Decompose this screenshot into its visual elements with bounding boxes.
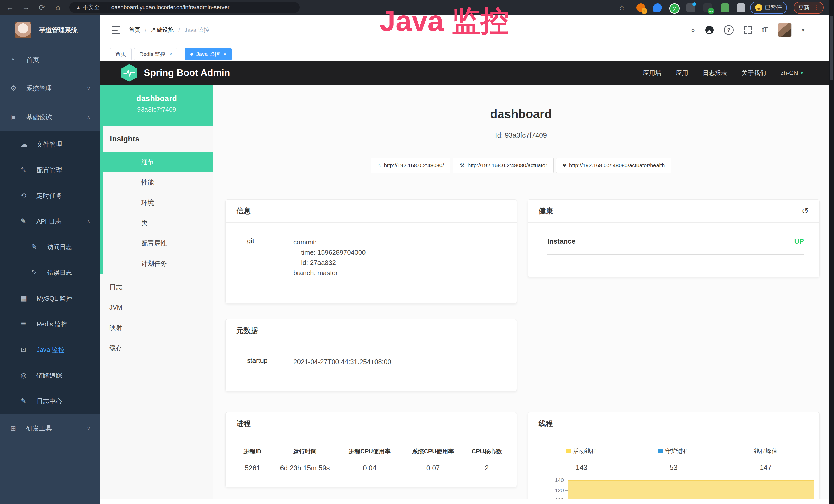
sba-menu-top-group: 日志 JVM 映射 缓存 (100, 276, 213, 358)
sba-menu-classes[interactable]: 类 (103, 213, 213, 233)
sba-instance-name: dashboard (100, 85, 213, 103)
sba-navbar: Spring Boot Admin 应用墙 应用 日志报表 关于我们 zh-CN… (100, 61, 829, 85)
reload-icon[interactable]: ⟳ (34, 3, 50, 12)
page-scrollbar[interactable] (829, 0, 834, 504)
sidebar-item-infra[interactable]: ▣ 基础设施 ∧ (0, 103, 100, 132)
extension-y-icon[interactable]: y (670, 3, 680, 14)
sidebar-item-log-center[interactable]: ✎ 日志中心 (0, 388, 100, 414)
sidebar-item-label: 研发工具 (26, 424, 52, 433)
bookmark-star-icon[interactable]: ☆ (614, 3, 630, 12)
sidebar-item-home[interactable]: ◔ 首页 (0, 45, 100, 74)
sba-menu-logging[interactable]: 日志 (100, 277, 213, 297)
extension-grid-icon[interactable] (686, 3, 695, 12)
sidebar-item-redis-monitor[interactable]: ≣ Redis 监控 (0, 311, 100, 337)
back-icon[interactable]: ← (2, 3, 18, 12)
extension-pin-icon[interactable] (653, 3, 662, 12)
metadata-startup-label: startup (247, 357, 293, 367)
health-url: http://192.168.0.2:48080/actuator/health (569, 162, 665, 168)
font-size-icon[interactable]: tT (762, 26, 767, 34)
sidebar-item-label: API 日志 (37, 217, 61, 226)
breadcrumb-current: Java 监控 (184, 26, 209, 34)
chevron-up-icon: ∧ (87, 219, 90, 224)
col-header: 进程ID (233, 448, 272, 456)
sidebar-item-trace[interactable]: ◎ 链路追踪 (0, 363, 100, 388)
history-icon[interactable]: ↺ (802, 206, 809, 216)
service-url-button[interactable]: ⌂ http://192.168.0.2:48080/ (371, 158, 450, 173)
sba-brand-title[interactable]: Spring Boot Admin (144, 68, 230, 78)
metadata-card: 元数据 startup 2021-04-27T00:44:31.254+08:0… (225, 319, 517, 391)
extension-leaf-icon[interactable] (721, 3, 729, 12)
legend-value: 143 (576, 464, 587, 472)
sidebar-item-system[interactable]: ⚙ 系统管理 ∨ (0, 74, 100, 103)
extension-list-icon[interactable]: on (703, 3, 712, 12)
sba-nav-about[interactable]: 关于我们 (742, 69, 766, 77)
tab-java-monitor[interactable]: Java 监控 × (185, 48, 232, 60)
close-icon[interactable]: × (169, 51, 172, 57)
health-url-button[interactable]: ♥ http://192.168.0.2:48080/actuator/heal… (556, 158, 671, 173)
actuator-url-button[interactable]: ⚒ http://192.168.0.2:48080/actuator (453, 158, 553, 173)
app-logo-image (15, 22, 31, 38)
eye-icon: ◎ (21, 371, 34, 380)
sba-menu-metrics[interactable]: 性能 (103, 172, 213, 192)
address-bar[interactable]: ▲ 不安全 | dashboard.yudao.iocoder.cn/infra… (69, 2, 300, 13)
legend-peak-threads: 线程峰值 147 (720, 447, 812, 472)
wrench-icon: ⚒ (459, 162, 465, 169)
sidebar-item-label: Java 监控 (37, 346, 65, 354)
spring-boot-admin-logo[interactable] (121, 64, 137, 82)
health-instance-row[interactable]: Instance UP (547, 237, 804, 255)
history-icon: ⟲ (21, 191, 34, 200)
sidebar-item-label: 日志中心 (37, 397, 62, 406)
tab-home[interactable]: 首页 (110, 48, 132, 60)
cloud-upload-icon: ☁ (21, 140, 34, 148)
forward-icon[interactable]: → (18, 3, 34, 12)
security-warning[interactable]: ▲ 不安全 (76, 4, 100, 11)
legend-daemon-threads: 守护进程 53 (628, 447, 720, 472)
sba-menu-scheduled-tasks[interactable]: 计划任务 (103, 253, 213, 274)
github-icon[interactable] (705, 26, 714, 34)
sidebar-item-dev-tools[interactable]: ⊞ 研发工具 ∨ (0, 414, 100, 443)
sidebar-item-api-log[interactable]: ✎ API 日志 ∧ (0, 208, 100, 234)
header-actions: ⌕ ? tT ▾ (691, 15, 805, 45)
paused-chip[interactable]: 已暂停 (750, 2, 787, 14)
sidebar-item-mysql-monitor[interactable]: ▦ MySQL 监控 (0, 285, 100, 311)
sidebar-item-label: 链路追踪 (37, 371, 62, 380)
sidebar-item-java-monitor[interactable]: ⊡ Java 监控 (0, 337, 100, 363)
tab-redis-monitor[interactable]: Redis 监控 × (134, 48, 177, 60)
col-value: 0.07 (401, 464, 465, 472)
sba-menu-config-props[interactable]: 配置属性 (103, 233, 213, 253)
sidebar-item-config-manage[interactable]: ✎ 配置管理 (0, 157, 100, 183)
sba-menu-details[interactable]: 细节 (100, 152, 213, 172)
sba-nav-journal[interactable]: 日志报表 (702, 69, 727, 77)
breadcrumb-section[interactable]: 基础设施 (151, 26, 174, 34)
sba-nav-applications[interactable]: 应用 (676, 69, 688, 77)
help-icon[interactable]: ? (724, 25, 733, 35)
scrollbar-thumb[interactable] (830, 16, 833, 80)
fullscreen-icon[interactable] (744, 26, 751, 34)
sba-instance-header[interactable]: dashboard 93a3fc7f7409 (100, 85, 213, 126)
user-avatar[interactable] (778, 23, 792, 37)
sidebar-item-error-log[interactable]: ✎ 错误日志 (0, 260, 100, 285)
home-icon[interactable]: ⌂ (50, 3, 66, 12)
search-icon[interactable]: ⌕ (691, 26, 695, 35)
sba-language-select[interactable]: zh-CN ▾ (781, 69, 803, 76)
sidebar-item-scheduled-job[interactable]: ⟲ 定时任务 (0, 183, 100, 208)
sba-menu-environment[interactable]: 环境 (103, 192, 213, 213)
breadcrumb-home[interactable]: 首页 (129, 26, 140, 34)
sidebar-item-file-manage[interactable]: ☁ 文件管理 (0, 132, 100, 157)
hamburger-icon[interactable] (112, 26, 120, 34)
legend-label: 守护进程 (665, 447, 688, 455)
sba-nav-wall[interactable]: 应用墙 (643, 69, 661, 77)
extensions-puzzle-icon[interactable] (737, 3, 745, 12)
sba-menu-mappings[interactable]: 映射 (100, 318, 213, 338)
avatar-caret-icon[interactable]: ▾ (802, 27, 805, 33)
browser-menu-icon[interactable]: ⋮ (813, 4, 819, 11)
sidebar-item-label: Redis 监控 (37, 320, 68, 328)
close-icon[interactable]: × (223, 51, 226, 57)
sidebar-item-access-log[interactable]: ✎ 访问日志 (0, 234, 100, 260)
sba-menu-jvm[interactable]: JVM (100, 297, 213, 318)
app-logo-row[interactable]: 芋道管理系统 (0, 15, 100, 45)
browser-update-button[interactable]: 更新 ⋮ (794, 2, 824, 14)
sidebar-item-label: MySQL 监控 (37, 294, 72, 303)
sba-menu-caches[interactable]: 缓存 (100, 338, 213, 358)
extension-orange-icon[interactable]: 1 (636, 3, 645, 12)
